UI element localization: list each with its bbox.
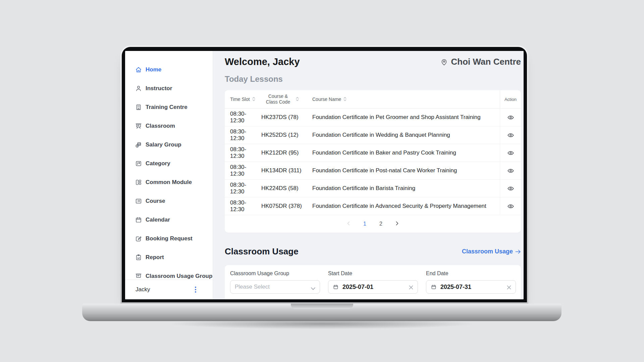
course-code-cell: HK237DS (78) xyxy=(258,114,304,121)
view-lesson-eye-icon[interactable] xyxy=(505,201,516,211)
pagination-page-1[interactable]: 1 xyxy=(362,221,368,227)
course-name-cell: Foundation Certificate in Advanced Secur… xyxy=(304,203,500,209)
sidebar-item-category[interactable]: Category xyxy=(125,154,213,173)
classroom-usage-header: Classroom Usage Classroom Usage xyxy=(225,246,521,257)
course-code-cell: HK212DR (95) xyxy=(258,149,304,156)
classroom-usage-group-select[interactable]: Please Select xyxy=(230,280,320,294)
classroom-usage-filters-card: Classroom Usage Group Please Select Star… xyxy=(225,265,521,299)
time-slot-cell: 08:30-12:30 xyxy=(225,128,258,142)
course-code-cell: HK134DR (311) xyxy=(258,167,304,174)
view-lesson-eye-icon[interactable] xyxy=(505,148,516,158)
centre-indicator: Choi Wan Centre xyxy=(440,57,521,67)
edit-square-icon xyxy=(135,235,142,242)
view-lesson-eye-icon[interactable] xyxy=(505,130,516,140)
classroom-usage-title: Classroom Usage xyxy=(225,246,299,257)
view-lesson-eye-icon[interactable] xyxy=(505,166,516,176)
sidebar-item-label: Instructor xyxy=(146,85,172,92)
sidebar-item-calendar[interactable]: Calendar xyxy=(125,210,213,229)
laptop-base xyxy=(82,304,561,321)
laptop-screen-frame: Home Instructor Training xyxy=(120,46,528,304)
clear-date-icon[interactable] xyxy=(409,285,413,289)
end-date-input[interactable]: 2025-07-31 xyxy=(426,280,516,294)
classroom-usage-link[interactable]: Classroom Usage xyxy=(462,248,521,255)
time-slot-cell: 08:30-12:30 xyxy=(225,182,258,195)
sort-icon xyxy=(252,97,256,102)
sidebar-item-label: Calendar xyxy=(146,217,170,223)
table-row: 08:30-12:30 HK134DR (311) Foundation Cer… xyxy=(225,162,521,180)
sidebar-item-salary-group[interactable]: $ Salary Group xyxy=(125,135,213,154)
sidebar-item-course[interactable]: Course xyxy=(125,192,213,210)
filter-label: End Date xyxy=(426,270,516,277)
course-name-cell: Foundation Certificate in Pet Groomer an… xyxy=(304,114,500,121)
view-lesson-eye-icon[interactable] xyxy=(505,112,516,122)
sort-icon xyxy=(343,97,347,102)
sidebar-item-report[interactable]: Report xyxy=(125,248,213,267)
column-header-time-slot[interactable]: Time Slot xyxy=(225,97,258,102)
pagination-page-2[interactable]: 2 xyxy=(378,221,384,227)
today-lessons-title: Today Lessons xyxy=(225,74,521,84)
main-content: Welcome, Jacky Choi Wan Centre Today Les… xyxy=(213,51,524,299)
table-row: 08:30-12:30 HK075DR (378) Foundation Cer… xyxy=(225,197,521,215)
filter-start-date: Start Date 2025-07-01 xyxy=(328,270,418,294)
pagination-prev-icon[interactable] xyxy=(346,221,352,227)
svg-text:$: $ xyxy=(137,145,138,147)
filter-label: Classroom Usage Group xyxy=(230,270,320,277)
sidebar-item-training-centre[interactable]: Training Centre xyxy=(125,98,213,117)
table-row: 08:30-12:30 HK212DR (95) Foundation Cert… xyxy=(225,144,521,162)
centre-name: Choi Wan Centre xyxy=(451,57,521,67)
page-header: Welcome, Jacky Choi Wan Centre xyxy=(225,56,521,67)
time-slot-cell: 08:30-12:30 xyxy=(225,146,258,160)
pagination-next-icon[interactable] xyxy=(394,221,400,227)
column-header-course-class-code[interactable]: Course & Class Code xyxy=(258,94,304,105)
list-card-icon xyxy=(135,197,142,205)
time-slot-cell: 08:30-12:30 xyxy=(225,199,258,213)
select-placeholder: Please Select xyxy=(235,284,270,290)
building-icon xyxy=(135,104,142,111)
column-header-action: Action xyxy=(500,90,521,108)
app-window: Home Instructor Training xyxy=(125,51,524,299)
course-name-cell: Foundation Certificate in Barista Traini… xyxy=(304,185,500,192)
sidebar-item-label: Report xyxy=(146,254,164,261)
sidebar-item-label: Salary Group xyxy=(146,141,181,148)
course-code-cell: HK224DS (58) xyxy=(258,185,304,192)
sidebar-item-booking-request[interactable]: Booking Request xyxy=(125,229,213,248)
sidebar-item-common-module[interactable]: Common Module xyxy=(125,173,213,192)
user-name: Jacky xyxy=(136,286,150,293)
chevron-down-icon xyxy=(311,286,315,289)
pagination: 1 2 xyxy=(225,215,521,233)
sidebar-item-instructor[interactable]: Instructor xyxy=(125,79,213,98)
sidebar-item-classroom[interactable]: Classroom xyxy=(125,117,213,135)
arrow-right-icon xyxy=(515,249,521,254)
column-header-course-name[interactable]: Course Name xyxy=(304,97,500,102)
category-card-icon xyxy=(135,160,142,167)
sidebar-item-label: Training Centre xyxy=(146,104,187,111)
start-date-value: 2025-07-01 xyxy=(342,284,373,291)
filter-label: Start Date xyxy=(328,270,418,277)
sidebar-item-label: Course xyxy=(146,198,165,204)
start-date-input[interactable]: 2025-07-01 xyxy=(328,280,418,294)
table-header-row: Time Slot Course & Class Code xyxy=(225,90,521,109)
user-menu-kebab-icon[interactable] xyxy=(195,286,201,293)
sidebar-item-label: Booking Request xyxy=(146,235,193,242)
board-lines-icon xyxy=(135,273,142,280)
sidebar-item-label: Classroom Usage Group xyxy=(146,273,212,280)
course-code-cell: HK252DS (12) xyxy=(258,132,304,138)
sidebar-item-home[interactable]: Home xyxy=(125,60,213,79)
course-name-cell: Foundation Certificate in Baker and Past… xyxy=(304,149,500,156)
sidebar-item-label: Home xyxy=(146,66,161,73)
clipboard-chart-icon xyxy=(135,254,142,261)
layout-blocks-icon xyxy=(135,179,142,186)
calendar-icon xyxy=(431,284,437,290)
course-name-cell: Foundation Certificate in Wedding & Banq… xyxy=(304,132,500,138)
sidebar-item-label: Common Module xyxy=(146,179,192,186)
calendar-icon xyxy=(333,284,339,290)
presentation-board-icon xyxy=(135,122,142,130)
calendar-icon xyxy=(135,216,142,224)
time-slot-cell: 08:30-12:30 xyxy=(225,111,258,124)
sidebar-nav: Home Instructor Training xyxy=(125,51,213,286)
clear-date-icon[interactable] xyxy=(507,285,511,289)
page-title: Welcome, Jacky xyxy=(225,56,300,67)
view-lesson-eye-icon[interactable] xyxy=(505,183,516,193)
sort-icon xyxy=(296,97,299,102)
sidebar-item-label: Category xyxy=(146,160,170,167)
